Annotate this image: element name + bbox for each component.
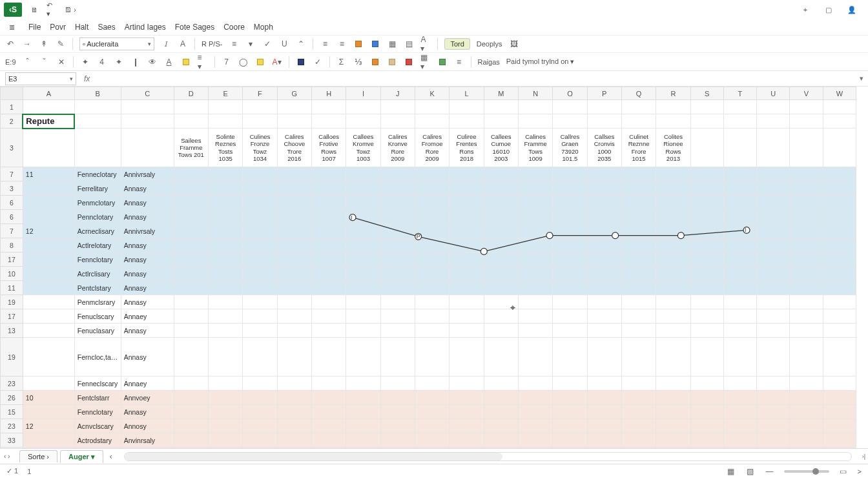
cell[interactable] <box>621 224 656 238</box>
cell[interactable] <box>415 253 449 267</box>
column-header[interactable]: W <box>823 87 856 100</box>
cell[interactable] <box>587 167 621 181</box>
cell[interactable] <box>450 114 484 129</box>
cell[interactable] <box>690 224 723 238</box>
cell[interactable] <box>346 405 380 419</box>
cell[interactable] <box>723 167 756 181</box>
column-header[interactable]: J <box>380 87 415 100</box>
cell[interactable]: Annasy <box>121 196 174 210</box>
cell[interactable]: Callees Cumoe 16010 2003 <box>484 129 518 167</box>
cell[interactable] <box>346 167 380 181</box>
row-header[interactable]: 11 <box>1 281 23 295</box>
cell[interactable] <box>243 281 277 295</box>
cell[interactable] <box>518 295 552 309</box>
cell[interactable] <box>346 238 380 253</box>
cell[interactable] <box>484 238 518 253</box>
cell[interactable] <box>174 338 208 377</box>
row-header[interactable]: 19 <box>1 295 23 309</box>
cell[interactable] <box>277 405 311 419</box>
cell[interactable] <box>790 114 823 129</box>
cell[interactable] <box>243 210 277 224</box>
cell[interactable] <box>208 309 242 324</box>
save-icon[interactable]: 🗎 <box>28 4 40 16</box>
row-header[interactable]: 19 <box>1 338 23 377</box>
cell[interactable] <box>823 129 856 167</box>
cell[interactable] <box>587 281 621 295</box>
cell[interactable] <box>823 405 856 419</box>
row-header[interactable]: 23 <box>1 419 23 433</box>
cell[interactable] <box>174 295 208 309</box>
cell[interactable] <box>723 338 756 377</box>
fill-color-icon[interactable] <box>370 39 380 49</box>
cell[interactable] <box>174 181 208 196</box>
cell[interactable] <box>277 253 311 267</box>
cell[interactable] <box>723 433 756 448</box>
cell[interactable] <box>277 295 311 309</box>
cell[interactable] <box>277 181 311 196</box>
cell[interactable]: Fenuclscary <box>74 309 121 324</box>
star-icon[interactable]: ✦ <box>80 57 90 67</box>
zoom-slider[interactable] <box>784 470 829 473</box>
cell[interactable] <box>243 338 277 377</box>
cell[interactable] <box>518 324 552 338</box>
cell[interactable] <box>656 267 690 281</box>
fill2-icon[interactable] <box>370 57 380 67</box>
cell[interactable] <box>518 253 552 267</box>
horizontal-scrollbar[interactable] <box>124 452 852 461</box>
column-header[interactable]: P <box>587 87 621 100</box>
row-header[interactable]: 3 <box>1 181 23 196</box>
cell[interactable] <box>690 281 723 295</box>
cell[interactable] <box>243 181 277 196</box>
cell[interactable] <box>208 114 242 129</box>
cell[interactable] <box>277 100 311 114</box>
cell[interactable] <box>484 377 518 391</box>
cell[interactable] <box>311 419 346 433</box>
cell[interactable] <box>380 238 415 253</box>
cell[interactable] <box>723 129 756 167</box>
cell[interactable] <box>484 210 518 224</box>
cell[interactable] <box>553 181 587 196</box>
cell[interactable] <box>208 419 242 433</box>
cell[interactable]: Acrneclisary <box>74 224 121 238</box>
cell[interactable] <box>621 433 656 448</box>
cell[interactable]: Fenneclscary <box>74 377 121 391</box>
row-header[interactable]: 3 <box>1 129 23 167</box>
column-header[interactable]: D <box>174 87 208 100</box>
cell[interactable] <box>380 309 415 324</box>
row-header[interactable]: 6 <box>1 210 23 224</box>
list-icon[interactable]: ≣ <box>4 21 19 33</box>
cell[interactable] <box>690 309 723 324</box>
cell[interactable] <box>823 377 856 391</box>
cell[interactable] <box>518 210 552 224</box>
cell[interactable] <box>690 167 723 181</box>
row-header[interactable]: 26 <box>1 391 23 405</box>
cell[interactable] <box>74 129 121 167</box>
cell[interactable] <box>380 377 415 391</box>
cell[interactable] <box>23 309 74 324</box>
cell[interactable] <box>518 181 552 196</box>
account-icon[interactable]: 👤 <box>846 4 858 16</box>
fill3-icon[interactable] <box>387 57 397 67</box>
cell[interactable]: Annasy <box>121 281 174 295</box>
cell[interactable] <box>690 324 723 338</box>
cell[interactable] <box>690 114 723 129</box>
highlight-icon[interactable] <box>181 57 191 67</box>
cell[interactable] <box>450 238 484 253</box>
column-header[interactable]: G <box>277 87 311 100</box>
cell[interactable]: Colites Rionee Rows 2013 <box>656 129 690 167</box>
table-row[interactable]: 17FenuclscaryAnnaey <box>1 309 856 324</box>
cell[interactable] <box>311 196 346 210</box>
cell[interactable]: Penmclsrary <box>74 295 121 309</box>
cell[interactable] <box>823 419 856 433</box>
cell[interactable] <box>621 405 656 419</box>
cell[interactable] <box>757 324 790 338</box>
indent-dec-icon[interactable]: ≡ <box>229 39 239 49</box>
cell[interactable] <box>757 295 790 309</box>
cell[interactable] <box>621 295 656 309</box>
cell[interactable] <box>587 114 621 129</box>
table-row[interactable]: 8ActlrelotaryAnnasy <box>1 238 856 253</box>
cell[interactable] <box>757 405 790 419</box>
table-row[interactable]: 10ActlrclisaryAnnasy <box>1 267 856 281</box>
cell[interactable] <box>518 405 552 419</box>
cell[interactable]: Actlrelotary <box>74 238 121 253</box>
